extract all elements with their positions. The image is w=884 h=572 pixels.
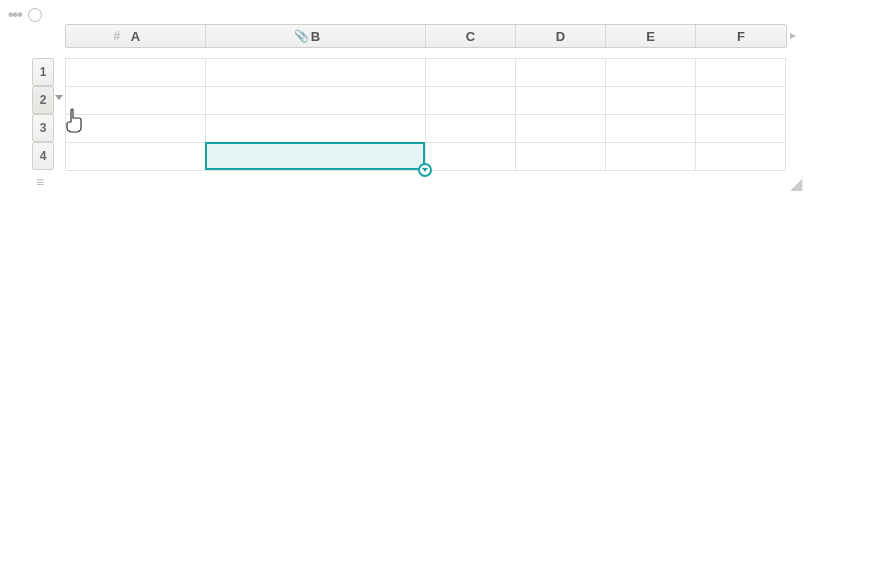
row-label: 2 xyxy=(40,93,47,107)
cell-F1[interactable] xyxy=(696,59,786,87)
more-options-icon[interactable]: ••• xyxy=(8,6,22,24)
column-label: C xyxy=(466,29,475,44)
attachment-type-icon: 📎 xyxy=(294,29,309,43)
cell-F4[interactable] xyxy=(696,143,786,171)
row-menu-dropdown-icon[interactable] xyxy=(55,95,63,100)
table-row xyxy=(66,59,786,87)
row-headers: 1 2 3 4 xyxy=(32,58,54,170)
column-label: F xyxy=(737,29,745,44)
cell-C1[interactable] xyxy=(426,59,516,87)
add-row-handle-icon[interactable]: ≡ xyxy=(36,174,44,190)
cell-F2[interactable] xyxy=(696,87,786,115)
column-header-A[interactable]: # A xyxy=(66,25,206,47)
row-label: 4 xyxy=(40,149,47,163)
table-row xyxy=(66,115,786,143)
cell-E4[interactable] xyxy=(606,143,696,171)
column-header-F[interactable]: F xyxy=(696,25,786,47)
row-header-3[interactable]: 3 xyxy=(32,114,54,142)
column-headers: # A 📎 B C D E F xyxy=(65,24,787,48)
cell-A1[interactable] xyxy=(66,59,206,87)
column-header-E[interactable]: E xyxy=(606,25,696,47)
row-header-1[interactable]: 1 xyxy=(32,58,54,86)
cell-E1[interactable] xyxy=(606,59,696,87)
column-header-C[interactable]: C xyxy=(426,25,516,47)
cell-A3[interactable] xyxy=(66,115,206,143)
cell-C4[interactable] xyxy=(426,143,516,171)
number-type-icon: # xyxy=(114,29,121,43)
add-column-icon[interactable]: ▸ xyxy=(790,28,796,42)
cell-B3[interactable] xyxy=(206,115,426,143)
column-header-D[interactable]: D xyxy=(516,25,606,47)
autofill-handle-icon[interactable] xyxy=(418,163,432,177)
cell-C2[interactable] xyxy=(426,87,516,115)
row-header-4[interactable]: 4 xyxy=(32,142,54,170)
cell-D3[interactable] xyxy=(516,115,606,143)
select-all-circle[interactable] xyxy=(28,8,42,22)
cell-E3[interactable] xyxy=(606,115,696,143)
cell-A4[interactable] xyxy=(66,143,206,171)
cell-D1[interactable] xyxy=(516,59,606,87)
table-row xyxy=(66,87,786,115)
cell-B4[interactable] xyxy=(206,143,426,171)
cell-A2[interactable] xyxy=(66,87,206,115)
row-label: 3 xyxy=(40,121,47,135)
grid xyxy=(65,58,786,171)
cell-B1[interactable] xyxy=(206,59,426,87)
row-header-2[interactable]: 2 xyxy=(32,86,54,114)
column-label: E xyxy=(646,29,655,44)
column-label: B xyxy=(311,29,320,44)
cell-D4[interactable] xyxy=(516,143,606,171)
column-header-B[interactable]: 📎 B xyxy=(206,25,426,47)
cell-D2[interactable] xyxy=(516,87,606,115)
column-label: A xyxy=(131,29,140,44)
cell-B2[interactable] xyxy=(206,87,426,115)
cell-F3[interactable] xyxy=(696,115,786,143)
row-label: 1 xyxy=(40,65,47,79)
cell-C3[interactable] xyxy=(426,115,516,143)
table-resize-handle-icon[interactable]: ◢ xyxy=(790,174,800,184)
cell-E2[interactable] xyxy=(606,87,696,115)
column-label: D xyxy=(556,29,565,44)
